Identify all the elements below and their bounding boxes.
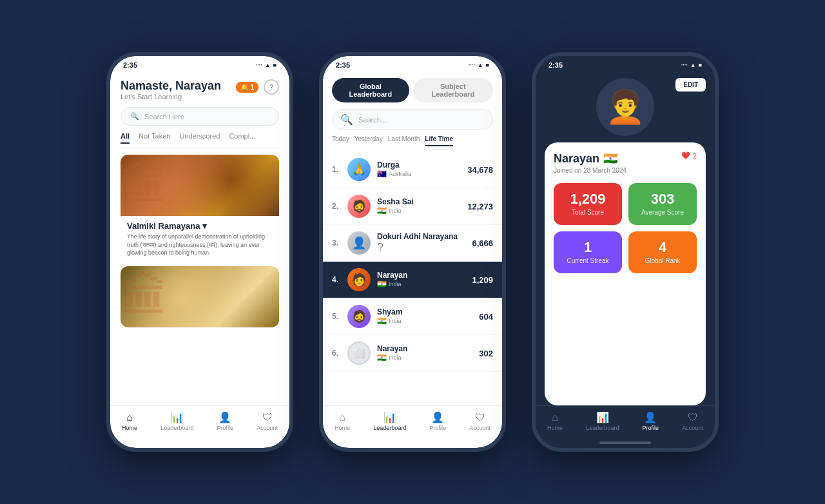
lb-row-4[interactable]: 4. 🧑 Narayan 🇮🇳 India 1,209 [323, 262, 502, 298]
time-1: 2:35 [123, 61, 137, 69]
nav-profile-1[interactable]: 👤 Profile [217, 411, 234, 431]
filter-lifetime[interactable]: Life Time [425, 135, 453, 146]
profile-avatar-area: 🧑‍🦱 EDIT [536, 72, 715, 136]
card-ramayana[interactable]: Valmiki Ramayana ▾ The life story of unp… [121, 155, 279, 260]
lb-search-icon: 🔍 [340, 113, 353, 126]
nav-leaderboard-1[interactable]: 📊 Leaderboard [160, 411, 193, 431]
nav-account-label-1: Account [257, 425, 278, 431]
leaderboard-icon-2: 📊 [383, 411, 396, 423]
nav-home-1[interactable]: ⌂ Home [122, 412, 137, 431]
lb-score-3: 6,666 [472, 238, 493, 248]
profile-avatar: 🧑‍🦱 [596, 78, 654, 136]
account-icon-3: 🛡 [688, 412, 698, 423]
avatar-6: ⬜ [347, 342, 371, 365]
nav-profile-label-1: Profile [217, 425, 234, 431]
tab-global[interactable]: Global Leaderboard [332, 78, 409, 102]
search-bar[interactable]: 🔍 Search Here [121, 107, 279, 126]
notification-badge[interactable]: 🔔 1 [236, 82, 258, 93]
profile-flag: 🇮🇳 [603, 151, 617, 166]
phone-home: 2:35 ···· ▲ ■ Namaste, Narayan Let's Sta… [106, 52, 293, 452]
lb-row-1[interactable]: 1. 🙏 Durga 🇦🇺 Australia 34,678 [323, 151, 502, 188]
home-content: Namaste, Narayan Let's Start Learning 🔔 … [110, 72, 289, 405]
time-filters: Today Yesterday Last Month Life Time [332, 135, 493, 151]
home-indicator-2 [387, 441, 438, 444]
account-icon-2: 🛡 [475, 412, 485, 423]
lb-name-1: Durga [377, 160, 461, 170]
nav-account-1[interactable]: 🛡 Account [257, 412, 278, 431]
lb-info-6: Narayan 🇮🇳 India [377, 344, 472, 362]
tab-underscored[interactable]: Underscored [179, 132, 220, 144]
card-ramayana-desc: The life story of unparallel demonstrati… [127, 233, 273, 257]
nav-profile-3[interactable]: 👤 Profile [643, 411, 659, 431]
profile-icon-2: 👤 [431, 411, 444, 423]
lb-score-4: 1,209 [472, 275, 493, 285]
nav-account-3[interactable]: 🛡 Account [682, 412, 703, 431]
nav-home-label-2: Home [335, 425, 350, 431]
edit-button[interactable]: EDIT [675, 78, 706, 92]
rank-2: 2. [332, 202, 341, 211]
global-rank-value: 4 [635, 240, 690, 255]
help-button[interactable]: ? [264, 79, 279, 95]
lb-name-5: Shyam [377, 307, 472, 316]
phone-leaderboard: 2:35 ···· ▲ ■ Global Leaderboard Subject… [319, 52, 506, 452]
nav-leaderboard-2[interactable]: 📊 Leaderboard [373, 411, 406, 431]
stat-global-rank: 4 Global Rank [628, 231, 697, 273]
nav-home-3[interactable]: ⌂ Home [547, 412, 563, 431]
global-rank-label: Global Rank [635, 257, 690, 264]
bottom-nav-2: ⌂ Home 📊 Leaderboard 👤 Profile 🛡 Account [323, 405, 502, 439]
lb-info-5: Shyam 🇮🇳 India [377, 307, 472, 325]
lb-country-2: 🇮🇳 India [377, 206, 461, 215]
profile-name: Narayan 🇮🇳 [554, 151, 617, 166]
leaderboard-content: Global Leaderboard Subject Leaderboard 🔍… [323, 72, 502, 405]
streak-value: 1 [560, 240, 616, 255]
avatar-1: 🙏 [347, 158, 371, 181]
lb-score-1: 34,678 [467, 165, 493, 175]
tab-subject[interactable]: Subject Leaderboard [413, 78, 493, 102]
greeting-icons: 🔔 1 ? [236, 79, 279, 95]
nav-home-2[interactable]: ⌂ Home [335, 412, 350, 431]
card-ramayana-title: Valmiki Ramayana ▾ [127, 221, 273, 231]
heart-icon: ❤️ [681, 151, 690, 160]
tab-completed[interactable]: Compl... [229, 132, 255, 144]
lb-info-2: Sesha Sai 🇮🇳 India [377, 197, 461, 215]
nav-profile-label-2: Profile [430, 425, 447, 431]
home-icon-1: ⌂ [126, 412, 133, 423]
rank-1: 1. [332, 165, 341, 174]
profile-joined: Joined on 28 March 2024 [554, 167, 697, 174]
lb-row-5[interactable]: 5. 🧔 Shyam 🇮🇳 India 604 [323, 298, 502, 335]
greeting-subtitle: Let's Start Learning [121, 93, 221, 101]
leaderboard-list: 1. 🙏 Durga 🇦🇺 Australia 34,678 [323, 151, 502, 405]
filter-yesterday[interactable]: Yesterday [354, 135, 383, 146]
avg-score-value: 303 [635, 192, 690, 206]
nav-leaderboard-3[interactable]: 📊 Leaderboard [586, 411, 619, 431]
lb-row-2[interactable]: 2. 🧔 Sesha Sai 🇮🇳 India 12,273 [323, 188, 502, 225]
nav-lb-label-1: Leaderboard [160, 425, 193, 431]
lb-header: Global Leaderboard Subject Leaderboard 🔍… [323, 72, 502, 151]
rank-4: 4. [332, 275, 341, 284]
profile-content: 🧑‍🦱 EDIT Narayan 🇮🇳 ❤️ 2 Jo [536, 72, 715, 405]
lb-row-3[interactable]: 3. 👤 Dokuri Adhi Narayana ? 6,666 [323, 225, 502, 262]
lb-info-4: Narayan 🇮🇳 India [377, 271, 465, 289]
nav-account-label-2: Account [469, 425, 490, 431]
filter-today[interactable]: Today [332, 135, 349, 146]
nav-account-2[interactable]: 🛡 Account [469, 412, 490, 431]
home-icon-2: ⌂ [339, 412, 345, 423]
nav-profile-2[interactable]: 👤 Profile [430, 411, 447, 431]
lb-search-placeholder: Search... [358, 116, 387, 124]
nav-home-label-1: Home [122, 425, 137, 431]
status-icons-1: ···· ▲ ■ [256, 62, 277, 68]
stat-total-score: 1,209 Total Score [554, 183, 622, 225]
tab-all[interactable]: All [121, 132, 130, 144]
card-mahabharata[interactable] [121, 266, 279, 327]
tab-not-taken[interactable]: Not Taken [139, 132, 170, 144]
lb-tab-buttons: Global Leaderboard Subject Leaderboard [332, 78, 493, 102]
lb-search-bar[interactable]: 🔍 Search... [332, 109, 493, 130]
status-icons-3: ···· ▲ ■ [681, 62, 702, 68]
avatar-4: 🧑 [347, 268, 371, 291]
time-3: 2:35 [548, 61, 563, 69]
rank-3: 3. [332, 238, 341, 247]
greeting-title: Namaste, Narayan [121, 79, 221, 93]
filter-month[interactable]: Last Month [388, 135, 420, 146]
lb-info-1: Durga 🇦🇺 Australia [377, 160, 461, 179]
lb-row-6[interactable]: 6. ⬜ Narayan 🇮🇳 India 302 [323, 335, 502, 372]
